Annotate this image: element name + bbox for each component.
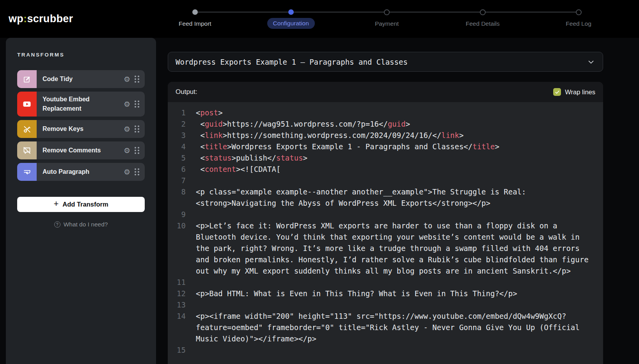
line-number: 8 — [168, 186, 186, 209]
code-line: 5 <status>publish</status> — [168, 152, 603, 164]
line-number: 5 — [168, 152, 186, 164]
code-text — [196, 175, 593, 186]
stepper-step-feed-import[interactable]: Feed Import — [147, 9, 243, 29]
code-line: 6 <content><![CDATA[ — [168, 164, 603, 175]
gear-icon[interactable]: ⚙ — [124, 101, 130, 108]
step-dot — [576, 9, 582, 15]
code-text: <content><![CDATA[ — [196, 164, 593, 175]
code-line: 13 — [168, 299, 603, 311]
code-text: <link>https://something.wordpress.com/20… — [196, 130, 593, 141]
remove-comments-icon — [17, 141, 37, 159]
code-line: 11 — [168, 277, 603, 288]
drag-handle-icon[interactable] — [135, 168, 139, 175]
line-number: 2 — [168, 118, 186, 130]
gear-icon[interactable]: ⚙ — [124, 168, 130, 176]
auto-paragraph-icon — [17, 163, 37, 181]
row-actions: ⚙ — [121, 125, 145, 133]
line-number: 15 — [168, 345, 186, 356]
code-text: <p><iframe width="200" height="113" src=… — [196, 311, 593, 345]
code-text — [196, 299, 593, 311]
youtube-icon — [17, 92, 37, 117]
plus-icon: + — [53, 199, 59, 209]
transform-row[interactable]: Remove Keys⚙ — [17, 120, 145, 138]
chevron-down-icon — [587, 58, 595, 66]
add-transform-button[interactable]: + Add Transform — [17, 197, 145, 212]
line-number: 12 — [168, 288, 186, 299]
transform-label: Code Tidy — [43, 71, 121, 87]
drag-handle-icon[interactable] — [135, 147, 139, 154]
code-line: 4 <title>Wordpress Exports Example 1 - P… — [168, 141, 603, 152]
code-line: 9 — [168, 209, 603, 220]
line-number: 6 — [168, 164, 186, 175]
question-circle-icon: ? — [54, 221, 60, 228]
drag-handle-icon[interactable] — [135, 125, 139, 133]
step-label: Payment — [375, 20, 399, 27]
add-transform-label: Add Transform — [62, 201, 108, 208]
stepper-step-feed-log[interactable]: Feed Log — [531, 9, 627, 29]
line-number: 7 — [168, 175, 186, 186]
output-header: Output: Wrap lines — [168, 82, 603, 102]
code-line: 12<p>Bad HTML: What is Even in This Thin… — [168, 288, 603, 299]
main-content: Wordpress Exports Example 1 — Paragraphs… — [168, 38, 603, 364]
code-text — [196, 209, 593, 220]
transform-row[interactable]: Code Tidy⚙ — [17, 70, 145, 88]
wrap-lines-control: Wrap lines — [553, 88, 595, 96]
code-text — [196, 277, 593, 288]
step-dot — [288, 9, 294, 15]
step-dot — [192, 9, 198, 15]
select-value: Wordpress Exports Example 1 — Paragraphs… — [176, 58, 587, 66]
code-text: <p class="example example--another anoth… — [196, 186, 593, 209]
stepper-step-feed-details[interactable]: Feed Details — [435, 9, 531, 29]
code-line: 1<post> — [168, 107, 603, 118]
output-panel: Output: Wrap lines 1<post>2 <guid>https:… — [168, 82, 603, 364]
transform-row[interactable]: Remove Comments⚙ — [17, 141, 145, 159]
step-label: Feed Import — [179, 20, 211, 27]
app-logo: wp:scrubber — [9, 13, 73, 25]
row-actions: ⚙ — [121, 76, 145, 83]
row-actions: ⚙ — [121, 168, 145, 176]
step-dot — [480, 9, 486, 15]
output-label: Output: — [176, 88, 197, 96]
transform-row[interactable]: Youtube Embed Replacement⚙ — [17, 92, 145, 117]
row-actions: ⚙ — [121, 147, 145, 154]
gear-icon[interactable]: ⚙ — [124, 76, 130, 83]
wrap-lines-checkbox[interactable] — [553, 88, 561, 96]
transform-list: Code Tidy⚙Youtube Embed Replacement⚙Remo… — [17, 70, 145, 181]
transform-label: Auto Paragraph — [43, 164, 121, 180]
code-line: 2 <guid>https://wag951.wordpress.com/?p=… — [168, 118, 603, 130]
code-line: 14<p><iframe width="200" height="113" sr… — [168, 311, 603, 345]
stepper: Feed ImportConfigurationPaymentFeed Deta… — [147, 9, 627, 29]
code-line: 15 — [168, 345, 603, 356]
step-label: Configuration — [267, 18, 315, 29]
gear-icon[interactable]: ⚙ — [124, 125, 130, 133]
remove-keys-icon — [17, 120, 37, 138]
feed-example-select[interactable]: Wordpress Exports Example 1 — Paragraphs… — [168, 52, 603, 72]
logo-colon: : — [23, 13, 27, 25]
transform-label: Remove Comments — [43, 143, 121, 158]
code-text: <p>Bad HTML: What is Even in This Thing?… — [196, 288, 593, 299]
help-link[interactable]: ? What do I need? — [17, 221, 145, 228]
code-text: <status>publish</status> — [196, 152, 593, 164]
stepper-step-configuration[interactable]: Configuration — [243, 9, 339, 29]
transforms-heading: TRANSFORMS — [17, 52, 145, 58]
drag-handle-icon[interactable] — [135, 76, 139, 83]
help-label: What do I need? — [64, 221, 108, 228]
stepper-step-payment[interactable]: Payment — [339, 9, 435, 29]
sidebar: TRANSFORMS Code Tidy⚙Youtube Embed Repla… — [6, 38, 156, 364]
code-output-area[interactable]: 1<post>2 <guid>https://wag951.wordpress.… — [168, 102, 603, 364]
row-actions: ⚙ — [121, 101, 145, 108]
drag-handle-icon[interactable] — [135, 101, 139, 108]
code-text: <p>Let’s face it: WordPress XML exports … — [196, 220, 593, 277]
code-text: <title>Wordpress Exports Example 1 - Par… — [196, 141, 593, 152]
line-number: 10 — [168, 220, 186, 277]
step-label: Feed Log — [566, 20, 591, 27]
gear-icon[interactable]: ⚙ — [124, 147, 130, 154]
line-number: 1 — [168, 107, 186, 118]
line-number: 4 — [168, 141, 186, 152]
wrap-lines-label[interactable]: Wrap lines — [565, 88, 595, 96]
app-header: wp:scrubber Feed ImportConfigurationPaym… — [0, 0, 639, 38]
code-text: <post> — [196, 107, 593, 118]
transform-row[interactable]: Auto Paragraph⚙ — [17, 163, 145, 181]
transform-label: Youtube Embed Replacement — [43, 92, 121, 117]
code-line: 7 — [168, 175, 603, 186]
